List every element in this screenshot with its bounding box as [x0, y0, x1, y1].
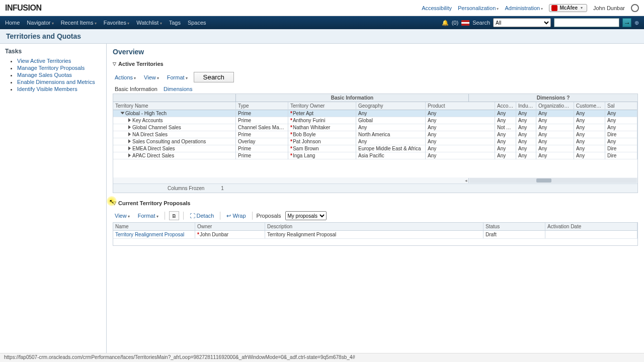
- task-item: Manage Territory Proposals: [17, 65, 101, 71]
- pcol-description[interactable]: Description: [265, 223, 484, 230]
- mcafee-badge: McAfee ▾: [549, 4, 587, 12]
- pcol-owner[interactable]: Owner: [195, 223, 265, 230]
- col-type[interactable]: Type: [236, 102, 288, 110]
- view-menu[interactable]: View▾: [142, 73, 161, 81]
- nav-tags[interactable]: Tags: [169, 20, 181, 26]
- col-territory-name[interactable]: Territory Name: [113, 102, 236, 110]
- logo: INFUSION: [5, 4, 41, 13]
- task-item: View Active Territories: [17, 58, 101, 64]
- col-account[interactable]: Account: [495, 102, 516, 110]
- nav-recent[interactable]: Recent Items: [61, 20, 97, 26]
- territory-row[interactable]: Global - High TechPrime*Peter AptAnyAnyA…: [113, 110, 637, 117]
- task-link[interactable]: Enable Dimensions and Metrics: [17, 79, 95, 85]
- accessibility-link[interactable]: Accessibility: [422, 5, 452, 11]
- pcol-status[interactable]: Status: [484, 223, 545, 230]
- tasks-heading: Tasks: [5, 48, 101, 55]
- globe-icon[interactable]: [631, 4, 639, 12]
- proposals-table: Name Owner Description Status Activation…: [113, 222, 638, 246]
- main-content: Overview ▽ Active Territories Actions▾ V…: [107, 44, 644, 361]
- proposals-label: Proposals: [257, 213, 281, 219]
- col-customer-size[interactable]: Customer Size: [574, 102, 605, 110]
- new-icon[interactable]: 🗎: [169, 211, 179, 220]
- proposal-row[interactable]: Territory Realignment Proposal*John Dunb…: [113, 231, 637, 238]
- proposals-filter-select[interactable]: My proposals: [285, 211, 327, 220]
- task-item: Enable Dimensions and Metrics: [17, 79, 101, 85]
- expand-icon[interactable]: [128, 125, 131, 129]
- territory-row[interactable]: Key AccountsPrime*Anthony FuriniGlobalAn…: [113, 117, 637, 124]
- columns-frozen-value: 1: [221, 186, 224, 191]
- columns-frozen-label: Columns Frozen: [168, 186, 204, 191]
- nav-home[interactable]: Home: [5, 20, 20, 26]
- subtab-basic[interactable]: Basic Information: [115, 86, 157, 92]
- pcol-activation-date[interactable]: Activation Date: [545, 223, 637, 230]
- task-link[interactable]: Manage Territory Proposals: [17, 65, 85, 71]
- task-item: Identify Visible Members: [17, 86, 101, 92]
- notif-count: (0): [452, 20, 458, 26]
- prop-format-menu[interactable]: Format▾: [136, 212, 160, 220]
- pcol-name[interactable]: Name: [113, 223, 195, 230]
- collapse-icon[interactable]: ▽: [113, 201, 116, 206]
- flag-icon[interactable]: [461, 20, 469, 26]
- colgroup-dimensions: Dimensions ?: [469, 94, 637, 102]
- proposals-heading: Current Territory Proposals: [118, 200, 190, 206]
- expand-icon[interactable]: [128, 132, 131, 136]
- horizontal-scrollbar[interactable]: ◂: [113, 177, 637, 184]
- nav-bar: Home Navigator Recent Items Favorites Wa…: [0, 16, 644, 29]
- tasks-sidebar: Tasks View Active TerritoriesManage Terr…: [0, 44, 107, 361]
- mcafee-label: McAfee: [559, 5, 578, 11]
- status-bar: https://fap0507-crm.oracleads.com/crmPer…: [0, 353, 644, 362]
- page-header: Territories and Quotas: [0, 29, 644, 44]
- task-link[interactable]: Identify Visible Members: [17, 86, 77, 92]
- nav-spaces[interactable]: Spaces: [188, 20, 206, 26]
- collapse-icon[interactable]: ▽: [113, 61, 116, 66]
- task-item: Manage Sales Quotas: [17, 72, 101, 78]
- top-links: Accessibility Personalization Administra…: [422, 4, 639, 12]
- search-input[interactable]: [554, 18, 619, 27]
- bell-icon[interactable]: 🔔: [442, 20, 449, 26]
- territories-table: Basic Information Dimensions ? Territory…: [113, 94, 638, 193]
- expand-icon[interactable]: [128, 139, 131, 143]
- proposal-name-link[interactable]: Territory Realignment Proposal: [115, 232, 184, 237]
- expand-icon[interactable]: [128, 146, 131, 150]
- nav-watchlist[interactable]: Watchlist: [136, 20, 162, 26]
- expand-icon[interactable]: [121, 112, 125, 115]
- search-button[interactable]: Search: [194, 72, 234, 82]
- format-menu[interactable]: Format▾: [165, 73, 190, 81]
- wrap-button[interactable]: ↩ Wrap: [224, 212, 248, 220]
- col-sales[interactable]: Sal: [605, 102, 637, 110]
- territory-row[interactable]: Sales Consulting and OperationsOverlay*P…: [113, 138, 637, 145]
- expand-icon[interactable]: [128, 118, 131, 122]
- personalization-menu[interactable]: Personalization: [458, 5, 499, 11]
- top-bar: INFUSION Accessibility Personalization A…: [0, 0, 644, 16]
- prop-view-menu[interactable]: View▾: [113, 212, 132, 220]
- task-link[interactable]: View Active Territories: [17, 58, 71, 64]
- nav-favorites[interactable]: Favorites: [104, 20, 129, 26]
- col-geography[interactable]: Geography: [356, 102, 426, 110]
- territory-row[interactable]: EMEA Direct SalesPrime*Sam BrownEurope M…: [113, 145, 637, 152]
- col-industry[interactable]: Industry: [516, 102, 536, 110]
- nav-navigator[interactable]: Navigator: [27, 20, 53, 26]
- search-scope-select[interactable]: All: [493, 18, 551, 27]
- detach-button[interactable]: ⛶ Detach: [188, 212, 216, 220]
- overview-heading: Overview: [113, 48, 638, 56]
- shield-icon: [551, 5, 557, 11]
- administration-menu[interactable]: Administration: [505, 5, 543, 11]
- subtab-dimensions[interactable]: Dimensions: [164, 86, 192, 92]
- territory-row[interactable]: NA Direct SalesPrime*Bob BoyleNorth Amer…: [113, 131, 637, 138]
- search-extra-icon[interactable]: ⊕: [634, 20, 639, 26]
- user-name: John Dunbar: [593, 5, 625, 11]
- search-go-button[interactable]: →: [622, 18, 631, 27]
- col-org-type[interactable]: Organization Type: [536, 102, 574, 110]
- col-product[interactable]: Product: [426, 102, 495, 110]
- search-label: Search: [472, 20, 490, 26]
- active-territories-heading: Active Territories: [118, 61, 164, 67]
- expand-icon[interactable]: [128, 153, 131, 157]
- task-link[interactable]: Manage Sales Quotas: [17, 72, 72, 78]
- page-title: Territories and Quotas: [6, 32, 638, 40]
- territory-row[interactable]: APAC Direct SalesPrime*Inga LangAsia Pac…: [113, 152, 637, 159]
- territory-row[interactable]: Global Channel SalesChannel Sales Manage…: [113, 124, 637, 131]
- actions-menu[interactable]: Actions▾: [113, 73, 138, 81]
- col-owner[interactable]: Territory Owner: [288, 102, 356, 110]
- colgroup-basic: Basic Information: [236, 94, 469, 102]
